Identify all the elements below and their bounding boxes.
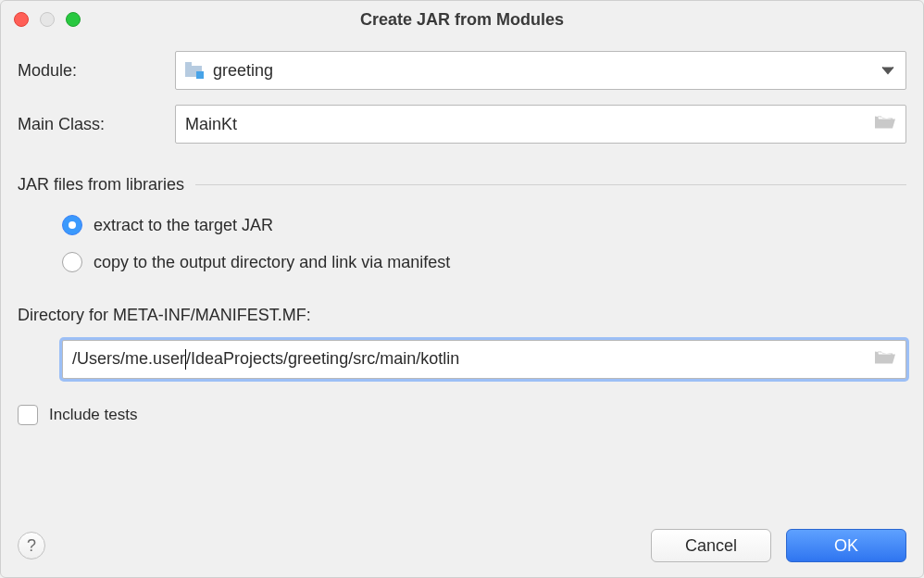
help-button[interactable]: ? xyxy=(18,532,45,559)
main-class-value: MainKt xyxy=(185,115,237,134)
divider xyxy=(195,184,906,185)
help-icon: ? xyxy=(27,536,36,556)
dialog-window: Create JAR from Modules Module: greeting xyxy=(0,0,924,578)
radio-extract-indicator xyxy=(62,215,82,235)
dialog-title: Create JAR from Modules xyxy=(14,10,910,30)
lib-section-header: JAR files from libraries xyxy=(18,175,906,195)
main-class-input[interactable]: MainKt xyxy=(175,105,906,144)
minimize-window-button[interactable] xyxy=(40,12,55,27)
svg-rect-2 xyxy=(196,71,204,79)
svg-rect-0 xyxy=(185,62,192,66)
manifest-dir-label: Directory for META-INF/MANIFEST.MF: xyxy=(18,306,906,325)
lib-section-title: JAR files from libraries xyxy=(18,175,184,195)
close-window-button[interactable] xyxy=(14,12,29,27)
cancel-button[interactable]: Cancel xyxy=(651,529,771,562)
radio-extract[interactable]: extract to the target JAR xyxy=(62,215,906,235)
radio-copy-label: copy to the output directory and link vi… xyxy=(94,253,450,272)
cancel-label: Cancel xyxy=(685,536,737,556)
include-tests-label: Include tests xyxy=(49,406,137,424)
include-tests-checkbox[interactable] xyxy=(18,405,38,425)
dialog-footer: ? Cancel OK xyxy=(1,518,923,577)
module-icon xyxy=(185,62,204,79)
main-class-row: Main Class: MainKt xyxy=(18,105,906,144)
main-class-label: Main Class: xyxy=(18,115,166,134)
module-value: greeting xyxy=(213,61,273,81)
dialog-content: Module: greeting Main Class: MainKt xyxy=(1,38,923,518)
module-label: Module: xyxy=(18,61,166,81)
radio-extract-label: extract to the target JAR xyxy=(94,216,273,235)
radio-copy[interactable]: copy to the output directory and link vi… xyxy=(62,252,906,272)
folder-open-icon[interactable] xyxy=(874,349,896,371)
manifest-field-wrap: /Users/me.user/IdeaProjects/greeting/src… xyxy=(18,340,906,379)
include-tests-row[interactable]: Include tests xyxy=(18,405,906,425)
ok-label: OK xyxy=(834,536,858,556)
ok-button[interactable]: OK xyxy=(786,529,906,562)
radio-copy-indicator xyxy=(62,252,82,272)
window-controls xyxy=(14,12,81,27)
manifest-dir-input[interactable]: /Users/me.user/IdeaProjects/greeting/src… xyxy=(62,340,906,379)
lib-radio-group: extract to the target JAR copy to the ou… xyxy=(18,215,906,272)
folder-open-icon[interactable] xyxy=(874,114,896,135)
module-row: Module: greeting xyxy=(18,51,906,90)
titlebar: Create JAR from Modules xyxy=(1,1,923,38)
chevron-down-icon xyxy=(881,61,894,81)
manifest-dir-value: /Users/me.user/IdeaProjects/greeting/src… xyxy=(72,349,459,370)
module-combobox[interactable]: greeting xyxy=(175,51,906,90)
zoom-window-button[interactable] xyxy=(66,12,81,27)
